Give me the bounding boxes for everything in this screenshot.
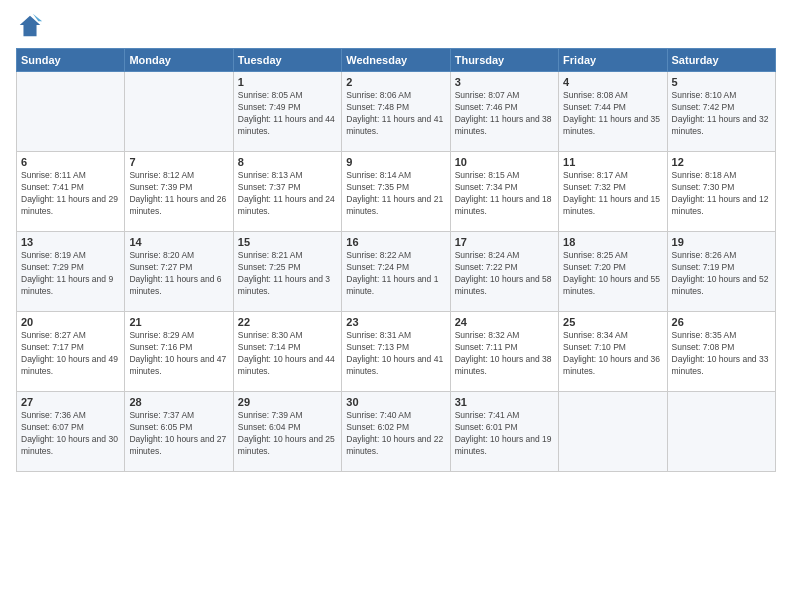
day-info: Sunrise: 8:29 AMSunset: 7:16 PMDaylight:… (129, 330, 228, 378)
calendar-cell: 26Sunrise: 8:35 AMSunset: 7:08 PMDayligh… (667, 312, 775, 392)
weekday-header: Wednesday (342, 49, 450, 72)
calendar-cell (559, 392, 667, 472)
day-number: 14 (129, 236, 228, 248)
calendar-week: 13Sunrise: 8:19 AMSunset: 7:29 PMDayligh… (17, 232, 776, 312)
header-row: SundayMondayTuesdayWednesdayThursdayFrid… (17, 49, 776, 72)
calendar-cell: 17Sunrise: 8:24 AMSunset: 7:22 PMDayligh… (450, 232, 558, 312)
day-number: 21 (129, 316, 228, 328)
day-number: 10 (455, 156, 554, 168)
day-info: Sunrise: 8:12 AMSunset: 7:39 PMDaylight:… (129, 170, 228, 218)
day-number: 4 (563, 76, 662, 88)
day-number: 27 (21, 396, 120, 408)
calendar-cell: 7Sunrise: 8:12 AMSunset: 7:39 PMDaylight… (125, 152, 233, 232)
weekday-header: Sunday (17, 49, 125, 72)
day-number: 1 (238, 76, 337, 88)
day-number: 24 (455, 316, 554, 328)
calendar-table: SundayMondayTuesdayWednesdayThursdayFrid… (16, 48, 776, 472)
calendar-cell (125, 72, 233, 152)
day-info: Sunrise: 8:35 AMSunset: 7:08 PMDaylight:… (672, 330, 771, 378)
day-number: 3 (455, 76, 554, 88)
day-number: 28 (129, 396, 228, 408)
calendar-cell: 6Sunrise: 8:11 AMSunset: 7:41 PMDaylight… (17, 152, 125, 232)
calendar-cell: 12Sunrise: 8:18 AMSunset: 7:30 PMDayligh… (667, 152, 775, 232)
day-number: 22 (238, 316, 337, 328)
day-number: 31 (455, 396, 554, 408)
day-number: 12 (672, 156, 771, 168)
day-number: 18 (563, 236, 662, 248)
calendar-cell: 2Sunrise: 8:06 AMSunset: 7:48 PMDaylight… (342, 72, 450, 152)
calendar-week: 1Sunrise: 8:05 AMSunset: 7:49 PMDaylight… (17, 72, 776, 152)
day-info: Sunrise: 8:31 AMSunset: 7:13 PMDaylight:… (346, 330, 445, 378)
day-info: Sunrise: 8:06 AMSunset: 7:48 PMDaylight:… (346, 90, 445, 138)
day-info: Sunrise: 8:10 AMSunset: 7:42 PMDaylight:… (672, 90, 771, 138)
calendar-week: 6Sunrise: 8:11 AMSunset: 7:41 PMDaylight… (17, 152, 776, 232)
weekday-header: Friday (559, 49, 667, 72)
day-info: Sunrise: 8:15 AMSunset: 7:34 PMDaylight:… (455, 170, 554, 218)
calendar-cell: 8Sunrise: 8:13 AMSunset: 7:37 PMDaylight… (233, 152, 341, 232)
calendar-cell: 5Sunrise: 8:10 AMSunset: 7:42 PMDaylight… (667, 72, 775, 152)
calendar-cell: 29Sunrise: 7:39 AMSunset: 6:04 PMDayligh… (233, 392, 341, 472)
day-info: Sunrise: 8:20 AMSunset: 7:27 PMDaylight:… (129, 250, 228, 298)
day-info: Sunrise: 8:14 AMSunset: 7:35 PMDaylight:… (346, 170, 445, 218)
day-number: 7 (129, 156, 228, 168)
calendar-cell: 14Sunrise: 8:20 AMSunset: 7:27 PMDayligh… (125, 232, 233, 312)
day-info: Sunrise: 7:41 AMSunset: 6:01 PMDaylight:… (455, 410, 554, 458)
day-info: Sunrise: 8:17 AMSunset: 7:32 PMDaylight:… (563, 170, 662, 218)
calendar-week: 27Sunrise: 7:36 AMSunset: 6:07 PMDayligh… (17, 392, 776, 472)
calendar-cell: 9Sunrise: 8:14 AMSunset: 7:35 PMDaylight… (342, 152, 450, 232)
day-number: 8 (238, 156, 337, 168)
calendar-cell: 30Sunrise: 7:40 AMSunset: 6:02 PMDayligh… (342, 392, 450, 472)
calendar-cell: 27Sunrise: 7:36 AMSunset: 6:07 PMDayligh… (17, 392, 125, 472)
day-number: 5 (672, 76, 771, 88)
day-info: Sunrise: 7:37 AMSunset: 6:05 PMDaylight:… (129, 410, 228, 458)
day-info: Sunrise: 7:39 AMSunset: 6:04 PMDaylight:… (238, 410, 337, 458)
calendar-cell: 16Sunrise: 8:22 AMSunset: 7:24 PMDayligh… (342, 232, 450, 312)
calendar-cell: 21Sunrise: 8:29 AMSunset: 7:16 PMDayligh… (125, 312, 233, 392)
weekday-header: Thursday (450, 49, 558, 72)
day-info: Sunrise: 8:25 AMSunset: 7:20 PMDaylight:… (563, 250, 662, 298)
day-info: Sunrise: 8:11 AMSunset: 7:41 PMDaylight:… (21, 170, 120, 218)
day-info: Sunrise: 8:19 AMSunset: 7:29 PMDaylight:… (21, 250, 120, 298)
day-number: 11 (563, 156, 662, 168)
calendar-cell (667, 392, 775, 472)
calendar-cell (17, 72, 125, 152)
day-number: 23 (346, 316, 445, 328)
day-number: 16 (346, 236, 445, 248)
calendar-cell: 11Sunrise: 8:17 AMSunset: 7:32 PMDayligh… (559, 152, 667, 232)
day-number: 17 (455, 236, 554, 248)
calendar-cell: 13Sunrise: 8:19 AMSunset: 7:29 PMDayligh… (17, 232, 125, 312)
day-number: 26 (672, 316, 771, 328)
day-info: Sunrise: 8:21 AMSunset: 7:25 PMDaylight:… (238, 250, 337, 298)
day-info: Sunrise: 8:26 AMSunset: 7:19 PMDaylight:… (672, 250, 771, 298)
weekday-header: Saturday (667, 49, 775, 72)
calendar-cell: 20Sunrise: 8:27 AMSunset: 7:17 PMDayligh… (17, 312, 125, 392)
page: SundayMondayTuesdayWednesdayThursdayFrid… (0, 0, 792, 612)
day-number: 20 (21, 316, 120, 328)
day-number: 25 (563, 316, 662, 328)
calendar-cell: 1Sunrise: 8:05 AMSunset: 7:49 PMDaylight… (233, 72, 341, 152)
header (16, 12, 776, 40)
weekday-header: Monday (125, 49, 233, 72)
day-info: Sunrise: 8:27 AMSunset: 7:17 PMDaylight:… (21, 330, 120, 378)
day-number: 2 (346, 76, 445, 88)
calendar-cell: 10Sunrise: 8:15 AMSunset: 7:34 PMDayligh… (450, 152, 558, 232)
calendar-cell: 23Sunrise: 8:31 AMSunset: 7:13 PMDayligh… (342, 312, 450, 392)
calendar-cell: 19Sunrise: 8:26 AMSunset: 7:19 PMDayligh… (667, 232, 775, 312)
day-number: 19 (672, 236, 771, 248)
day-number: 30 (346, 396, 445, 408)
calendar-cell: 22Sunrise: 8:30 AMSunset: 7:14 PMDayligh… (233, 312, 341, 392)
day-info: Sunrise: 8:18 AMSunset: 7:30 PMDaylight:… (672, 170, 771, 218)
calendar-cell: 24Sunrise: 8:32 AMSunset: 7:11 PMDayligh… (450, 312, 558, 392)
day-number: 29 (238, 396, 337, 408)
calendar-week: 20Sunrise: 8:27 AMSunset: 7:17 PMDayligh… (17, 312, 776, 392)
calendar-cell: 25Sunrise: 8:34 AMSunset: 7:10 PMDayligh… (559, 312, 667, 392)
calendar-cell: 15Sunrise: 8:21 AMSunset: 7:25 PMDayligh… (233, 232, 341, 312)
weekday-header: Tuesday (233, 49, 341, 72)
day-info: Sunrise: 8:05 AMSunset: 7:49 PMDaylight:… (238, 90, 337, 138)
day-info: Sunrise: 7:40 AMSunset: 6:02 PMDaylight:… (346, 410, 445, 458)
day-number: 15 (238, 236, 337, 248)
day-info: Sunrise: 8:08 AMSunset: 7:44 PMDaylight:… (563, 90, 662, 138)
logo (16, 12, 48, 40)
calendar-cell: 4Sunrise: 8:08 AMSunset: 7:44 PMDaylight… (559, 72, 667, 152)
calendar-cell: 28Sunrise: 7:37 AMSunset: 6:05 PMDayligh… (125, 392, 233, 472)
